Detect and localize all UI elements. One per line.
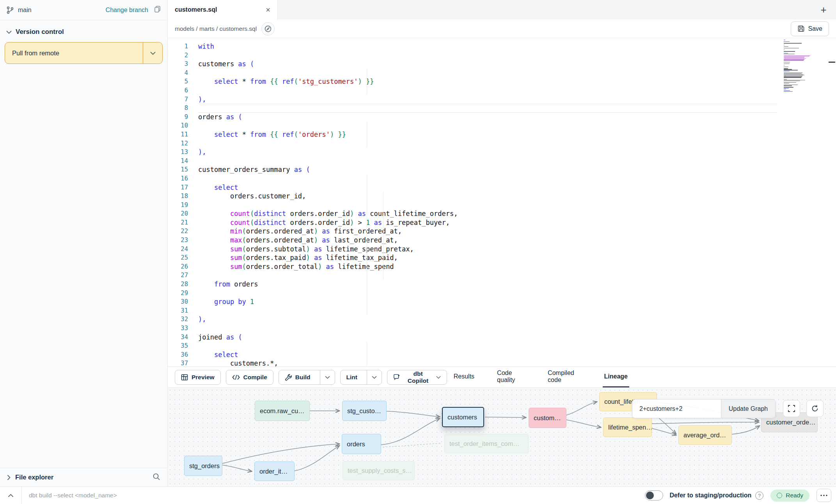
lineage-graph[interactable]: Update Graph ecom.raw_cu…stg_custo…custo… <box>168 388 836 486</box>
code-line-14[interactable]: 14 <box>168 157 836 166</box>
lineage-node-order-items[interactable]: order_it… <box>254 462 295 481</box>
code-line-27[interactable]: 27 <box>168 271 836 280</box>
tab-title: customers.sql <box>175 6 217 13</box>
code-line-7[interactable]: 7), <box>168 95 836 104</box>
change-branch-link[interactable]: Change branch <box>106 7 148 14</box>
lint-dropdown-caret[interactable] <box>367 370 382 384</box>
build-main-segment[interactable]: Build <box>279 370 316 384</box>
minimap[interactable] <box>784 40 827 92</box>
code-line-18[interactable]: 18 orders.customer_id, <box>168 192 836 201</box>
code-line-21[interactable]: 21 count(distinct orders.order_id) > 1 a… <box>168 218 836 227</box>
update-graph-button[interactable]: Update Graph <box>721 400 775 418</box>
tab-customers-sql[interactable]: customers.sql × <box>168 0 278 19</box>
code-line-23[interactable]: 23 max(orders.ordered_at) as last_ordere… <box>168 236 836 245</box>
status-bar: Defer to staging/production ? Ready <box>0 486 836 504</box>
lineage-node-average-order[interactable]: average_ord… <box>678 425 732 445</box>
lineage-node-orders[interactable]: orders <box>342 434 381 454</box>
minimap-line <box>784 48 799 48</box>
refresh-button[interactable] <box>806 400 824 417</box>
code-line-12[interactable]: 12 <box>168 139 836 148</box>
lineage-node-ecom-raw-customers[interactable]: ecom.raw_cu… <box>255 401 310 421</box>
code-line-10[interactable]: 10 <box>168 121 836 130</box>
code-line-22[interactable]: 22 min(orders.ordered_at) as first_order… <box>168 227 836 236</box>
code-line-31[interactable]: 31 <box>168 306 836 315</box>
more-options-button[interactable] <box>816 489 831 502</box>
compile-button[interactable]: Compile <box>226 370 273 385</box>
pull-from-remote-button[interactable]: Pull from remote <box>5 42 163 64</box>
code-line-13[interactable]: 13), <box>168 148 836 157</box>
lint-main-segment[interactable]: Lint <box>341 370 363 384</box>
tab-compiled-code[interactable]: Compiled code <box>546 367 583 387</box>
lineage-node-stg-customers[interactable]: stg_custo… <box>342 401 387 421</box>
code-line-16[interactable]: 16 <box>168 174 836 183</box>
code-line-15[interactable]: 15customer_orders_summary as ( <box>168 165 836 174</box>
line-number: 9 <box>168 113 198 122</box>
code-line-9[interactable]: 9orders as ( <box>168 113 836 122</box>
code-line-5[interactable]: 5 select * from {{ ref('stg_customers') … <box>168 77 836 86</box>
file-explorer-header[interactable]: File explorer <box>0 468 167 486</box>
code-line-33[interactable]: 33 <box>168 324 836 333</box>
defer-label: Defer to staging/production <box>669 492 751 499</box>
code-line-19[interactable]: 19 <box>168 201 836 210</box>
lineage-node-lifetime-spend[interactable]: lifetime_spen… <box>603 417 652 437</box>
dbt-copilot-button[interactable]: dbt Copilot <box>387 370 447 385</box>
minimap-line <box>784 51 795 51</box>
save-button[interactable]: Save <box>791 21 829 36</box>
help-icon[interactable]: ? <box>755 492 763 500</box>
code-line-17[interactable]: 17 select <box>168 183 836 192</box>
lineage-node-test-supply-costs[interactable]: test_supply_costs_s… <box>343 461 415 480</box>
command-input[interactable] <box>22 492 645 499</box>
editor-scrollbar[interactable] <box>828 38 836 366</box>
copilot-compass-icon[interactable] <box>261 22 275 35</box>
code-line-1[interactable]: 1with <box>168 42 836 51</box>
build-dropdown-caret[interactable] <box>320 370 335 384</box>
code-line-20[interactable]: 20 count(distinct orders.order_id) as co… <box>168 209 836 218</box>
panel-tabs: ResultsCode qualityCompiled codeLineage <box>452 367 629 387</box>
code-line-2[interactable]: 2 <box>168 51 836 60</box>
line-content: min(orders.ordered_at) as first_ordered_… <box>198 227 777 236</box>
code-line-3[interactable]: 3customers as ( <box>168 60 836 69</box>
file-search-icon[interactable] <box>153 473 160 482</box>
lineage-node-customers-metric[interactable]: custom… <box>529 408 566 428</box>
pull-dropdown-caret[interactable] <box>143 42 162 64</box>
lineage-node-customers[interactable]: customers <box>442 407 484 427</box>
code-line-8[interactable]: 8 <box>168 104 836 113</box>
main-area: customers.sql × + models / marts / custo… <box>168 0 836 486</box>
new-tab-button[interactable]: + <box>816 3 831 16</box>
preview-button[interactable]: Preview <box>175 370 221 385</box>
defer-toggle[interactable] <box>645 490 663 500</box>
tab-code-quality[interactable]: Code quality <box>495 367 527 387</box>
code-line-37[interactable]: 37 customers.*, <box>168 359 836 366</box>
code-line-34[interactable]: 34joined as ( <box>168 333 836 342</box>
code-line-30[interactable]: 30 group by 1 <box>168 297 836 306</box>
line-number: 11 <box>168 130 198 139</box>
code-line-26[interactable]: 26 sum(orders.order_total) as lifetime_s… <box>168 262 836 271</box>
build-button[interactable]: Build <box>279 370 335 385</box>
code-editor[interactable]: 1with23customers as (45 select * from {{… <box>168 38 836 366</box>
line-content <box>198 157 777 166</box>
lint-button[interactable]: Lint <box>340 370 382 385</box>
close-icon[interactable]: × <box>266 5 270 14</box>
code-line-11[interactable]: 11 select * from {{ ref('orders') }} <box>168 130 836 139</box>
line-content: max(orders.ordered_at) as last_ordered_a… <box>198 236 777 245</box>
code-line-28[interactable]: 28 from orders <box>168 280 836 289</box>
fullscreen-button[interactable] <box>783 400 800 417</box>
code-line-32[interactable]: 32), <box>168 315 836 324</box>
code-line-24[interactable]: 24 sum(orders.subtotal) as lifetime_spen… <box>168 245 836 254</box>
lineage-node-stg-orders[interactable]: stg_orders <box>184 456 222 476</box>
command-panel-expand[interactable] <box>0 487 22 504</box>
code-line-36[interactable]: 36 select <box>168 350 836 359</box>
version-control-header[interactable]: Version control <box>0 20 167 41</box>
tab-results[interactable]: Results <box>452 367 476 387</box>
code-line-29[interactable]: 29 <box>168 289 836 298</box>
line-content: ), <box>198 148 777 157</box>
code-line-6[interactable]: 6 <box>168 86 836 95</box>
code-line-4[interactable]: 4 <box>168 69 836 78</box>
copy-branch-icon[interactable] <box>154 5 161 14</box>
code-line-35[interactable]: 35 <box>168 341 836 350</box>
lineage-node-test-order-items[interactable]: test_order_items_com… <box>444 434 529 453</box>
lineage-selector-input[interactable] <box>632 400 721 418</box>
code-line-25[interactable]: 25 sum(orders.tax_paid) as lifetime_tax_… <box>168 253 836 262</box>
line-content: select <box>198 350 777 359</box>
tab-lineage[interactable]: Lineage <box>603 367 629 387</box>
